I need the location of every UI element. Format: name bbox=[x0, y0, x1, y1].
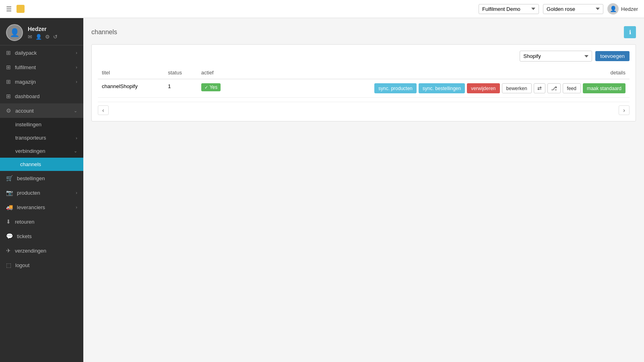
col-details: details bbox=[239, 66, 630, 79]
next-page-button[interactable]: › bbox=[619, 105, 630, 115]
table-row: channelShopify 1 ✓ Yes sync. producten s bbox=[98, 79, 630, 98]
table-body: channelShopify 1 ✓ Yes sync. producten s bbox=[98, 79, 630, 98]
topbar: ☰ Fulfilment Demo Golden rose 👤 Hedzer bbox=[0, 0, 644, 18]
chevron-down-icon: ⌄ bbox=[74, 148, 77, 154]
info-button[interactable]: ℹ bbox=[624, 26, 636, 38]
topbar-right: Fulfilment Demo Golden rose 👤 Hedzer bbox=[479, 3, 638, 14]
dailypack-icon: ⊞ bbox=[6, 49, 11, 56]
tickets-icon: 💬 bbox=[6, 233, 13, 239]
sidebar-item-label: verzendingen bbox=[15, 248, 46, 254]
bestellingen-icon: 🛒 bbox=[6, 175, 13, 181]
sidebar-item-label: fulfilment bbox=[15, 64, 36, 70]
profile-info: Hedzer ✉ 👤 ⚙ ↺ bbox=[28, 26, 58, 40]
channels-card: Shopify toevoegen titel status actief de… bbox=[91, 44, 636, 121]
logout-icon: ⬚ bbox=[6, 262, 11, 268]
instellingen-label: instellingen bbox=[15, 121, 41, 128]
producten-icon: 📷 bbox=[6, 189, 13, 196]
sidebar-item-label: magazijn bbox=[15, 79, 36, 85]
pagination: ‹ › bbox=[98, 102, 630, 115]
sync-bestellingen-button[interactable]: sync. bestellingen bbox=[419, 83, 465, 93]
cell-actief: ✓ Yes bbox=[197, 79, 239, 98]
mail-icon[interactable]: ✉ bbox=[28, 34, 32, 40]
actief-label: Yes bbox=[210, 84, 218, 90]
sidebar-item-label: tickets bbox=[17, 233, 32, 239]
sidebar-item-leveranciers[interactable]: 🚚 leveranciers › bbox=[0, 200, 83, 214]
channels-table: titel status actief details channelShopi… bbox=[98, 66, 630, 98]
chevron-right-icon: › bbox=[76, 205, 77, 210]
col-actief: actief bbox=[197, 66, 239, 79]
chevron-right-icon: › bbox=[76, 190, 77, 195]
verzendingen-icon: ✈ bbox=[6, 247, 11, 254]
channel-type-select[interactable]: Shopify bbox=[520, 51, 592, 62]
topbar-left: ☰ bbox=[6, 5, 25, 13]
cell-titel: channelShopify bbox=[98, 79, 164, 98]
sidebar-item-account[interactable]: ⚙ account ⌄ bbox=[0, 103, 83, 118]
sidebar-item-logout[interactable]: ⬚ logout bbox=[0, 258, 83, 272]
shop-select[interactable]: Golden rose bbox=[543, 4, 603, 14]
sidebar-item-channels[interactable]: channels bbox=[0, 158, 83, 171]
settings-icon[interactable]: ⚙ bbox=[45, 34, 50, 40]
sidebar-item-retouren[interactable]: ⬇ retouren bbox=[0, 214, 83, 229]
sidebar-item-verzendingen[interactable]: ✈ verzendingen bbox=[0, 243, 83, 258]
user-icon[interactable]: 👤 bbox=[35, 34, 42, 40]
transporteurs-label: transporteurs bbox=[15, 135, 46, 141]
page-header: channels ℹ bbox=[91, 26, 636, 38]
bewerken-button[interactable]: bewerken bbox=[502, 83, 532, 93]
topbar-user: 👤 Hedzer bbox=[607, 3, 638, 14]
fulfilment-select[interactable]: Fulfilment Demo bbox=[479, 4, 539, 14]
verbindingen-subnav: channels bbox=[0, 158, 83, 171]
chevron-right-icon: › bbox=[76, 79, 77, 84]
page-title: channels bbox=[91, 29, 117, 36]
sidebar: 👤 Hedzer ✉ 👤 ⚙ ↺ ⊞ dailypack › bbox=[0, 18, 83, 362]
sidebar-item-label: account bbox=[15, 108, 34, 114]
sidebar-item-bestellingen[interactable]: 🛒 bestellingen bbox=[0, 171, 83, 185]
account-subnav: instellingen transporteurs › verbindinge… bbox=[0, 118, 83, 171]
topbar-username: Hedzer bbox=[621, 6, 638, 12]
refresh-icon[interactable]: ↺ bbox=[53, 34, 58, 40]
table-header: titel status actief details bbox=[98, 66, 630, 79]
sidebar-item-transporteurs[interactable]: transporteurs › bbox=[0, 131, 83, 144]
sync-producten-button[interactable]: sync. producten bbox=[374, 83, 417, 93]
sidebar-item-magazijn[interactable]: ⊞ magazijn › bbox=[0, 74, 83, 89]
sidebar-item-instellingen[interactable]: instellingen bbox=[0, 118, 83, 131]
chevron-right-icon: › bbox=[76, 136, 77, 140]
sidebar-item-tickets[interactable]: 💬 tickets bbox=[0, 229, 83, 243]
sidebar-item-dashboard[interactable]: ⊞ dashboard bbox=[0, 89, 83, 103]
transfer-icon-button[interactable]: ⇄ bbox=[534, 83, 545, 93]
channels-label: channels bbox=[20, 161, 41, 167]
leveranciers-icon: 🚚 bbox=[6, 204, 13, 210]
action-buttons: sync. producten sync. bestellingen verwi… bbox=[243, 83, 625, 93]
main-content: channels ℹ Shopify toevoegen titel statu… bbox=[83, 18, 644, 362]
add-channel-button[interactable]: toevoegen bbox=[595, 51, 630, 61]
sidebar-item-fulfilment[interactable]: ⊞ fulfilment › bbox=[0, 60, 83, 74]
sidebar-item-producten[interactable]: 📷 producten › bbox=[0, 185, 83, 200]
profile-name: Hedzer bbox=[28, 26, 58, 32]
sidebar-item-label: bestellingen bbox=[17, 175, 45, 181]
cell-actions: sync. producten sync. bestellingen verwi… bbox=[239, 79, 630, 98]
dashboard-icon: ⊞ bbox=[6, 93, 11, 99]
sidebar-item-label: producten bbox=[17, 190, 40, 196]
chevron-right-icon: › bbox=[76, 50, 77, 55]
maak-standaard-button[interactable]: maak standaard bbox=[583, 83, 625, 93]
verwijderen-button[interactable]: verwijderen bbox=[467, 83, 500, 93]
toolbar: Shopify toevoegen bbox=[98, 51, 630, 62]
feed-button[interactable]: feed bbox=[563, 83, 581, 93]
prev-page-button[interactable]: ‹ bbox=[98, 105, 109, 115]
user-avatar-icon: 👤 bbox=[607, 3, 619, 14]
account-icon: ⚙ bbox=[6, 107, 11, 114]
share-icon-button[interactable]: ⎇ bbox=[547, 83, 561, 93]
magazijn-icon: ⊞ bbox=[6, 78, 11, 85]
verbindingen-label: verbindingen bbox=[15, 148, 45, 154]
hamburger-icon[interactable]: ☰ bbox=[6, 5, 12, 13]
sidebar-profile: 👤 Hedzer ✉ 👤 ⚙ ↺ bbox=[0, 18, 83, 45]
topbar-logo bbox=[17, 5, 25, 13]
sidebar-item-label: dashboard bbox=[15, 93, 39, 99]
fulfilment-icon: ⊞ bbox=[6, 64, 11, 70]
sidebar-item-dailypack[interactable]: ⊞ dailypack › bbox=[0, 45, 83, 60]
cell-status: 1 bbox=[164, 79, 197, 98]
sidebar-nav: ⊞ dailypack › ⊞ fulfilment › ⊞ magazijn bbox=[0, 45, 83, 362]
retouren-icon: ⬇ bbox=[6, 218, 11, 225]
col-titel: titel bbox=[98, 66, 164, 79]
actief-badge: ✓ Yes bbox=[201, 83, 221, 91]
sidebar-item-verbindingen[interactable]: verbindingen ⌄ bbox=[0, 144, 83, 158]
